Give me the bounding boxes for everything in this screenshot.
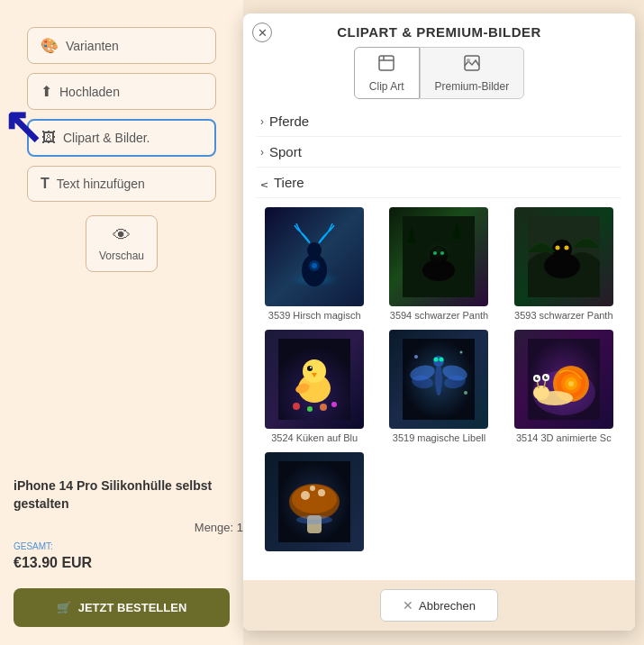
list-item[interactable]: 3594 schwarzer Panth	[381, 207, 496, 321]
svg-point-7	[307, 242, 322, 259]
image-thumb-dragonfly	[389, 330, 488, 429]
eye-icon: 👁	[113, 225, 131, 246]
clipart-button[interactable]: 🖼 Clipart & Bilder.	[27, 119, 216, 157]
image-thumb-snail	[514, 330, 613, 429]
category-tiere[interactable]: ∨ Tiere	[257, 168, 621, 198]
clipart-tab-icon	[376, 53, 396, 77]
category-sport[interactable]: › Sport	[257, 137, 621, 168]
svg-point-25	[331, 402, 337, 407]
image-label-chick: 3524 Küken auf Blu	[271, 432, 358, 443]
tab-premium-label: Premium-Bilder	[435, 80, 510, 93]
modal-footer: ✕ Abbrechen	[243, 580, 635, 631]
cancel-button[interactable]: ✕ Abbrechen	[380, 589, 498, 622]
svg-point-20	[564, 246, 568, 250]
svg-point-27	[303, 359, 326, 383]
close-icon: ✕	[258, 26, 268, 40]
svg-point-15	[425, 244, 452, 266]
order-label: JETZT BESTELLEN	[78, 601, 187, 614]
product-info: iPhone 14 Pro Silikonhülle selbst gestal…	[14, 477, 243, 573]
varianten-button[interactable]: 🎨 Varianten	[27, 27, 216, 64]
svg-point-59	[546, 376, 548, 377]
list-item[interactable]: 3519 magische Libell	[381, 330, 496, 443]
svg-point-49	[568, 381, 574, 386]
svg-point-64	[318, 489, 325, 496]
svg-point-33	[460, 351, 463, 354]
preview-button[interactable]: 👁 Vorschau	[86, 215, 158, 272]
image-thumb-panther2	[514, 207, 613, 306]
list-item[interactable]: 3524 Küken auf Blu	[257, 330, 372, 443]
svg-point-28	[307, 366, 313, 371]
image-thumb-chick	[265, 330, 364, 429]
svg-point-19	[555, 246, 559, 250]
svg-point-22	[293, 403, 300, 410]
hochladen-label: Hochladen	[59, 85, 120, 99]
modal-title: CLIPART & PREMIUM-BILDER	[243, 14, 635, 47]
cancel-label: Abbrechen	[419, 599, 476, 613]
category-pferde[interactable]: › Pferde	[257, 106, 621, 137]
text-label: Text hinzufügen	[57, 177, 145, 191]
arrow-annotation: ↖	[2, 97, 43, 155]
varianten-label: Varianten	[66, 39, 119, 53]
cart-icon: 🛒	[57, 601, 71, 614]
image-thumb-mushroom	[265, 452, 364, 551]
svg-point-41	[434, 358, 439, 362]
image-grid: 3539 Hirsch magisch	[257, 198, 621, 564]
modal-content: › Pferde › Sport ∨ Tiere	[243, 106, 635, 580]
image-label-panther2: 3593 schwarzer Panth	[514, 310, 612, 321]
image-label-deer: 3539 Hirsch magisch	[268, 310, 361, 321]
sidebar: 🎨 Varianten ⬆ Hochladen 🖼 Clipart & Bild…	[0, 0, 243, 645]
svg-point-58	[537, 377, 539, 378]
svg-point-24	[320, 404, 327, 411]
quantity: Menge: 1	[14, 520, 243, 536]
hochladen-button[interactable]: ⬆ Hochladen	[27, 73, 216, 110]
image-thumb-deer	[265, 207, 364, 306]
modal-tabs: Clip Art Premium-Bilder	[243, 47, 635, 106]
svg-point-32	[414, 355, 418, 359]
svg-point-35	[435, 363, 442, 395]
tiere-chevron: ∨	[259, 180, 271, 188]
image-label-snail: 3514 3D animierte Sc	[516, 432, 612, 443]
list-item[interactable]: 3539 Hirsch magisch	[257, 207, 372, 321]
pferde-label: Pferde	[269, 114, 309, 129]
svg-point-23	[307, 406, 313, 412]
svg-point-65	[310, 486, 315, 491]
cancel-icon: ✕	[403, 598, 413, 613]
list-item[interactable]: 3593 schwarzer Panth	[506, 207, 621, 321]
svg-point-51	[533, 386, 549, 400]
svg-point-18	[552, 240, 572, 259]
modal-close-button[interactable]: ✕	[252, 23, 272, 42]
order-button[interactable]: 🛒 JETZT BESTELLEN	[14, 588, 230, 627]
clipart-label: Clipart & Bilder.	[63, 131, 150, 145]
svg-rect-0	[379, 56, 394, 70]
clipart-icon: 🖼	[41, 130, 56, 146]
sport-chevron: ›	[260, 146, 264, 159]
svg-point-9	[312, 263, 317, 268]
tab-premium[interactable]: Premium-Bilder	[420, 47, 525, 99]
image-label-dragonfly: 3519 magische Libell	[393, 432, 485, 443]
list-item[interactable]: 3514 3D animierte Sc	[506, 330, 621, 443]
sport-label: Sport	[269, 144, 302, 159]
tiere-label: Tiere	[274, 175, 304, 190]
premium-tab-icon	[462, 53, 482, 77]
svg-point-67	[296, 515, 332, 524]
tab-clipart-label: Clip Art	[369, 80, 404, 93]
image-label-panther1: 3594 schwarzer Panth	[390, 310, 488, 321]
svg-point-42	[440, 358, 444, 362]
image-thumb-panther1	[389, 207, 488, 306]
preview-label: Vorschau	[99, 250, 144, 262]
list-item[interactable]	[257, 452, 372, 555]
text-button[interactable]: T Text hinzufügen	[27, 166, 216, 202]
tab-clipart[interactable]: Clip Art	[354, 47, 420, 99]
product-title: iPhone 14 Pro Silikonhülle selbst gestal…	[14, 477, 243, 513]
svg-point-29	[310, 367, 312, 368]
svg-point-34	[464, 391, 467, 395]
varianten-icon: 🎨	[41, 37, 59, 54]
svg-point-4	[467, 59, 470, 62]
total-price: €13.90 EUR	[14, 553, 243, 573]
text-icon: T	[41, 176, 50, 192]
clipart-modal: ✕ CLIPART & PREMIUM-BILDER Clip Art	[243, 14, 635, 631]
svg-point-63	[301, 491, 310, 500]
total-label: GESAMT:	[14, 541, 243, 553]
pferde-chevron: ›	[260, 115, 264, 128]
